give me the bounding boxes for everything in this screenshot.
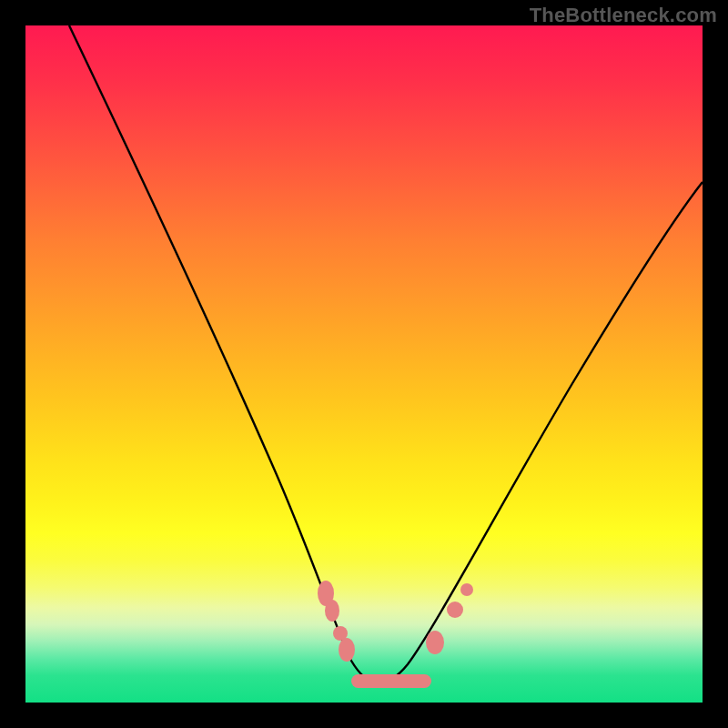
bottleneck-curve — [25, 25, 703, 703]
marker-dot — [325, 600, 339, 622]
marker-dot — [339, 638, 355, 662]
marker-dot — [447, 602, 463, 618]
marker-dot — [460, 583, 473, 596]
curve-path — [69, 25, 703, 682]
marker-dot — [426, 631, 444, 654]
watermark-text: TheBottleneck.com — [530, 4, 717, 27]
marker-pill — [351, 674, 431, 688]
outer-frame: TheBottleneck.com — [0, 0, 728, 728]
chart-plot-area — [25, 25, 703, 703]
